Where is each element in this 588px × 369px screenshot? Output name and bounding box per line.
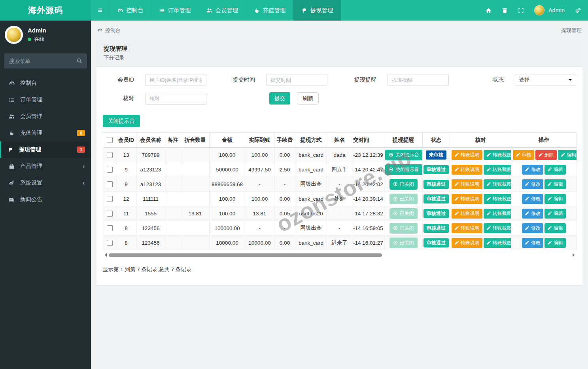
column-header[interactable]: 会员ID bbox=[116, 133, 136, 148]
remind-toggle-button[interactable]: 关闭提示音 bbox=[385, 164, 423, 175]
navbar-item-0[interactable]: 控制台 bbox=[109, 0, 151, 21]
row-action-button[interactable]: 编辑 bbox=[545, 179, 566, 189]
row-action-button[interactable]: 编辑 bbox=[545, 165, 566, 175]
column-header[interactable]: 状态 bbox=[423, 133, 450, 148]
column-header[interactable]: 核对 bbox=[450, 133, 511, 148]
sidebar-item-2[interactable]: 会员管理 bbox=[0, 108, 91, 125]
check-action-button[interactable]: 转账截图 bbox=[484, 194, 511, 204]
scroll-right-arrow-icon[interactable] bbox=[573, 253, 577, 257]
sidebar-item-6[interactable]: 系统设置‹ bbox=[0, 175, 91, 191]
cell-member-name: a123123 bbox=[136, 177, 165, 192]
column-header[interactable]: 交时间 bbox=[352, 133, 384, 148]
navbar-item-3[interactable]: 充值管理 bbox=[246, 0, 293, 21]
table-row: 9 a123123 88866659.68 - - 网银出金 - -14 20:… bbox=[103, 177, 577, 192]
select-all-checkbox[interactable] bbox=[107, 137, 113, 143]
submit-button[interactable]: 提交 bbox=[269, 92, 290, 105]
navbar-item-4[interactable]: 提现管理 bbox=[293, 0, 341, 21]
scrollbar-track[interactable] bbox=[108, 253, 571, 257]
sidebar-item-7[interactable]: 新闻公告 bbox=[0, 191, 91, 208]
check-action-button[interactable]: 转账说明 bbox=[452, 209, 482, 219]
check-action-button[interactable]: 转账截图 bbox=[484, 209, 511, 219]
trash-icon[interactable] bbox=[502, 8, 508, 13]
check-action-button[interactable]: 转账说明 bbox=[452, 150, 482, 160]
check-action-button[interactable]: 转账说明 bbox=[452, 223, 482, 233]
refresh-button[interactable]: 刷新 bbox=[297, 92, 319, 105]
check-action-button[interactable]: 转账截图 bbox=[484, 179, 511, 189]
pencil-icon bbox=[454, 196, 459, 201]
column-header[interactable]: 姓名 bbox=[327, 133, 352, 148]
breadcrumb-left[interactable]: 控制台 bbox=[105, 27, 121, 34]
navbar-item-2[interactable]: 会员管理 bbox=[199, 0, 246, 21]
check-action-button[interactable]: 转账说明 bbox=[452, 165, 482, 175]
remind-toggle-button[interactable]: 已关闭 bbox=[389, 194, 418, 204]
row-checkbox[interactable] bbox=[107, 181, 113, 187]
remind-toggle-button[interactable]: 已关闭 bbox=[389, 223, 418, 234]
row-checkbox[interactable] bbox=[107, 225, 113, 231]
column-header[interactable]: 折合数量 bbox=[181, 133, 210, 148]
remind-toggle-button[interactable]: 已关闭 bbox=[389, 238, 418, 248]
row-action-button[interactable]: 审核 bbox=[513, 150, 534, 160]
check-action-button[interactable]: 转账截图 bbox=[484, 238, 511, 248]
check-action-button[interactable]: 转账说明 bbox=[452, 238, 482, 248]
cell-member-id: 9 bbox=[116, 162, 136, 177]
cell-check-actions: 转账说明转账截图 bbox=[450, 177, 511, 192]
row-action-button[interactable]: 编辑 bbox=[545, 194, 566, 204]
navbar-item-1[interactable]: 订单管理 bbox=[151, 0, 199, 21]
remind-toggle-button[interactable]: 关闭提示音 bbox=[385, 150, 423, 160]
remind-input[interactable] bbox=[388, 74, 449, 86]
column-header[interactable]: 金额 bbox=[210, 133, 245, 148]
column-header[interactable]: 提现提醒 bbox=[384, 133, 423, 148]
status-select[interactable]: 选择 bbox=[515, 74, 576, 86]
row-action-button[interactable]: 修改 bbox=[522, 179, 543, 189]
remind-toggle-button[interactable]: 已关闭 bbox=[389, 208, 418, 219]
row-action-button[interactable]: 编辑 bbox=[545, 223, 566, 233]
row-action-button[interactable]: 修改 bbox=[522, 223, 543, 233]
column-header[interactable]: 会员名称 bbox=[136, 133, 165, 148]
column-header[interactable]: 备注 bbox=[165, 133, 181, 148]
sidebar-search-input[interactable] bbox=[4, 53, 87, 68]
row-checkbox[interactable] bbox=[107, 211, 113, 217]
row-action-button[interactable]: 编辑 bbox=[545, 238, 566, 248]
fullscreen-icon[interactable] bbox=[518, 8, 524, 13]
scrollbar-thumb[interactable] bbox=[109, 253, 382, 257]
sidebar-toggle-button[interactable]: ≡ bbox=[91, 0, 109, 21]
column-header[interactable]: 提现方式 bbox=[295, 133, 327, 148]
row-action-button[interactable]: 修改 bbox=[522, 238, 543, 248]
row-action-button[interactable]: 修改 bbox=[522, 165, 543, 175]
sidebar-item-5[interactable]: 产品管理‹ bbox=[0, 158, 91, 175]
sidebar-item-1[interactable]: 订单管理 bbox=[0, 91, 91, 108]
row-action-button[interactable]: 编辑 bbox=[545, 209, 566, 219]
user-menu[interactable]: Admin bbox=[534, 5, 565, 15]
submit-time-input[interactable] bbox=[266, 74, 327, 86]
column-header[interactable]: 手续费 bbox=[274, 133, 295, 148]
scroll-left-arrow-icon[interactable] bbox=[103, 253, 107, 257]
row-checkbox[interactable] bbox=[107, 152, 113, 158]
row-checkbox[interactable] bbox=[107, 240, 113, 246]
row-action-button[interactable]: 修改 bbox=[522, 194, 543, 204]
row-action-button[interactable]: 修改 bbox=[522, 209, 543, 219]
brand-logo[interactable]: 海外源码 bbox=[0, 0, 91, 21]
settings-gears-icon[interactable] bbox=[575, 8, 581, 13]
row-checkbox[interactable] bbox=[107, 167, 113, 173]
sidebar-item-4[interactable]: 提现管理1 bbox=[0, 141, 91, 158]
cell-realname: dada bbox=[327, 148, 352, 162]
check-action-button[interactable]: 转账截图 bbox=[484, 165, 511, 175]
check-action-button[interactable]: 转账截图 bbox=[484, 150, 511, 160]
cell-fee: 0.00 bbox=[274, 192, 295, 206]
check-action-button[interactable]: 转账说明 bbox=[452, 194, 482, 204]
sidebar-item-0[interactable]: 控制台 bbox=[0, 75, 91, 91]
row-action-button[interactable]: 编辑 bbox=[558, 150, 577, 160]
remind-toggle-button[interactable]: 已关闭 bbox=[389, 179, 418, 190]
cell-submit-time: -14 20:42:47 bbox=[352, 162, 384, 177]
column-header[interactable]: 操作 bbox=[511, 133, 577, 148]
home-icon[interactable] bbox=[486, 8, 492, 13]
check-action-button[interactable]: 转账截图 bbox=[484, 223, 511, 233]
check-input[interactable] bbox=[145, 93, 206, 105]
member-id-input[interactable] bbox=[145, 74, 206, 86]
mute-sound-button[interactable]: 关闭提示音 bbox=[103, 115, 140, 127]
row-checkbox[interactable] bbox=[107, 196, 113, 202]
check-action-button[interactable]: 转账说明 bbox=[452, 179, 482, 189]
column-header[interactable]: 实际到账 bbox=[245, 133, 274, 148]
sidebar-item-3[interactable]: 充值管理0 bbox=[0, 125, 91, 141]
row-action-button[interactable]: 删除 bbox=[535, 150, 557, 160]
